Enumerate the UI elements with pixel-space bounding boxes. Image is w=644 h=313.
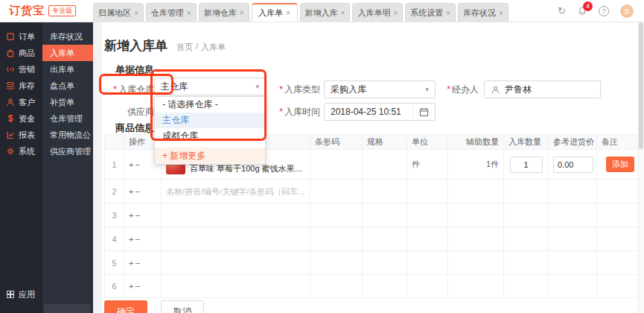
col-index	[105, 135, 124, 150]
remove-row-button[interactable]: −	[135, 259, 141, 268]
sidebar-item-stocktaking[interactable]: 盘点单	[42, 78, 93, 94]
chevron-down-icon: ▾	[255, 83, 259, 90]
remove-row-button[interactable]: −	[135, 187, 141, 196]
tab-new-inbound[interactable]: 新增入库×	[300, 3, 351, 22]
avatar[interactable]: p	[620, 4, 634, 18]
customer-icon	[6, 98, 15, 107]
tab-inbound-detail[interactable]: 入库单明×	[352, 3, 403, 22]
tab-stock-status[interactable]: 库存状况×	[458, 3, 508, 22]
sidebar-item-inventory[interactable]: 库存	[0, 78, 42, 94]
stock-time-label: *入库时间	[272, 103, 320, 121]
table-row: 3 +−	[105, 203, 640, 227]
page-header: 新增入库单 首页 / 入库单	[104, 37, 226, 54]
remove-row-button[interactable]: −	[135, 211, 141, 220]
close-icon[interactable]: ×	[286, 9, 290, 17]
product-search-input[interactable]	[166, 187, 305, 196]
sidebar-item-supplier-mgmt[interactable]: 供应商管理	[42, 143, 93, 159]
funds-icon: $	[6, 113, 15, 124]
close-icon[interactable]: ×	[134, 9, 138, 17]
sidebar-item-marketing[interactable]: 营销	[0, 61, 42, 78]
col-qty: 入库数量	[504, 135, 549, 150]
sidebar-item-funds[interactable]: $ 资金	[0, 110, 42, 127]
sidebar-item-apps[interactable]: 应用	[0, 286, 42, 303]
logo-text: 订货宝	[9, 4, 45, 18]
notification-badge: 4	[583, 1, 593, 11]
qty-input[interactable]	[510, 156, 543, 173]
notifications-button[interactable]: 4	[577, 6, 587, 16]
main-content: 新增入库单 首页 / 入库单 单据信息 *入库仓库 *入库类型 采购入库 ▾ *…	[93, 22, 644, 313]
sidebar-item-replenishment[interactable]: 补货单	[42, 94, 93, 110]
sidebar-item-outbound-orders[interactable]: 出库单	[42, 61, 93, 78]
warehouse-option-main[interactable]: 主仓库	[155, 113, 265, 128]
col-aux-qty: 辅助数量	[448, 135, 504, 150]
handler-field[interactable]	[484, 80, 601, 98]
sidebar-item-warehouse-mgmt[interactable]: 仓库管理	[42, 110, 93, 127]
col-note: 备注	[597, 135, 640, 150]
order-icon	[6, 32, 15, 41]
table-row: 4 +−	[105, 227, 640, 251]
system-icon	[6, 147, 15, 156]
breadcrumb-current: 入库单	[201, 42, 226, 53]
table-row: 6 +−	[105, 275, 640, 298]
warehouse-option-chengdu[interactable]: 成都仓库	[155, 128, 265, 144]
cancel-button[interactable]: 取消	[161, 300, 204, 313]
stock-type-label: *入库类型	[272, 80, 320, 98]
tab-new-warehouse[interactable]: 新增仓库×	[199, 3, 249, 22]
refresh-icon[interactable]: ↻	[558, 5, 566, 16]
close-icon[interactable]: ×	[341, 9, 345, 17]
breadcrumb-home[interactable]: 首页	[176, 42, 193, 53]
sidebar-item-goods[interactable]: 商品	[0, 45, 42, 61]
marketing-icon	[6, 65, 15, 74]
tab-system-settings[interactable]: 系统设置×	[405, 3, 456, 22]
close-icon[interactable]: ×	[187, 9, 191, 17]
warehouse-label: *入库仓库	[99, 80, 154, 98]
content-gutter	[93, 22, 102, 313]
confirm-button[interactable]: 确定	[104, 300, 147, 313]
edition-badge: 专业版	[48, 5, 76, 16]
sidebar-item-stock-status[interactable]: 库存状况	[42, 28, 93, 45]
tab-region[interactable]: 归属地区×	[93, 3, 144, 22]
sidebar-item-inbound-orders[interactable]: 入库单	[42, 45, 93, 61]
close-icon[interactable]: ×	[393, 9, 398, 17]
stock-time-input[interactable]	[331, 107, 412, 117]
warehouse-dropdown: - 请选择仓库 - 主仓库 成都仓库 + 新增更多	[154, 96, 266, 165]
warehouse-select[interactable]: 主仓库 ▾	[154, 78, 266, 95]
breadcrumb: 首页 / 入库单	[176, 42, 226, 53]
tab-inbound-orders[interactable]: 入库单×	[252, 3, 298, 22]
scrollbar-thumb[interactable]	[639, 22, 643, 149]
warehouse-option-placeholder[interactable]: - 请选择仓库 -	[155, 97, 265, 113]
product-name: 百草味 草莓干100g 蜜饯水果…	[190, 164, 303, 174]
sidebar-secondary: 库存状况 入库单 出库单 盘点单 补货单 仓库管理 常用物流公 供应商管理	[42, 22, 93, 313]
section-order-info: 单据信息	[115, 63, 154, 77]
calendar-icon[interactable]	[412, 106, 429, 118]
sidebar-item-customers[interactable]: 客户	[0, 94, 42, 110]
add-note-button[interactable]: 添加	[606, 156, 634, 172]
sidebar: 订单 商品 营销 库存 客户 $ 资金	[0, 22, 93, 313]
close-icon[interactable]: ×	[446, 9, 450, 17]
help-icon[interactable]: ?	[599, 6, 609, 16]
sidebar-spacer	[42, 159, 93, 304]
remove-row-button[interactable]: −	[135, 282, 141, 291]
tab-strip: 归属地区× 仓库管理× 新增仓库× 入库单× 新增入库× 入库单明× 系统设置×…	[93, 0, 552, 22]
close-icon[interactable]: ×	[499, 9, 503, 17]
handler-input[interactable]	[505, 84, 594, 95]
sidebar-item-logistics[interactable]: 常用物流公	[42, 127, 93, 143]
stock-type-select[interactable]: 采购入库 ▾	[324, 80, 436, 98]
remove-row-button[interactable]: −	[135, 235, 141, 244]
sidebar-item-reports[interactable]: 报表	[0, 127, 42, 143]
close-icon[interactable]: ×	[240, 9, 244, 17]
sidebar-item-orders[interactable]: 订单	[0, 28, 42, 45]
app-window: 订货宝 专业版 归属地区× 仓库管理× 新增仓库× 入库单× 新增入库× 入库单…	[0, 0, 644, 313]
warehouse-add-more[interactable]: + 新增更多	[155, 148, 265, 164]
topbar-actions: ↻ 4 ? p	[552, 0, 644, 22]
price-input[interactable]	[553, 156, 593, 173]
handler-label: *经办人	[432, 80, 479, 98]
col-unit: 单位	[407, 135, 448, 150]
stock-time-field[interactable]	[324, 103, 436, 121]
remove-row-button[interactable]: −	[135, 160, 141, 169]
tab-warehouse-mgmt[interactable]: 仓库管理×	[146, 3, 197, 22]
section-product-info: 商品信息	[115, 121, 154, 135]
page-title: 新增入库单	[104, 37, 168, 54]
sidebar-primary: 订单 商品 营销 库存 客户 $ 资金	[0, 22, 42, 313]
sidebar-item-system[interactable]: 系统	[0, 143, 42, 159]
